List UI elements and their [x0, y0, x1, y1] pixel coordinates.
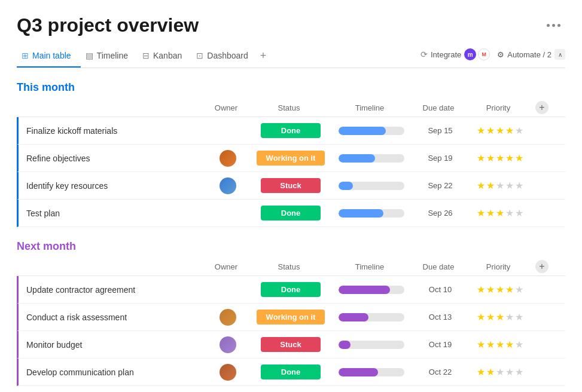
- star-5: ★: [515, 207, 523, 219]
- table-row[interactable]: Monitor budget Stuck Oct 19 ★★★★★: [17, 331, 565, 359]
- star-4: ★: [505, 339, 514, 350]
- star-5: ★: [515, 180, 523, 191]
- due-date-cell: Sep 22: [413, 181, 467, 190]
- page-title: Q3 project overview: [17, 14, 199, 36]
- star-1: ★: [477, 152, 485, 164]
- priority-cell: ★★★★★: [467, 284, 533, 295]
- automate-label: Automate / 2: [507, 50, 551, 59]
- table-row[interactable]: Update contractor agreement Done Oct 10 …: [17, 276, 565, 304]
- status-badge[interactable]: Stuck: [261, 178, 321, 193]
- section-header-this-month: This month: [17, 81, 565, 94]
- table-row[interactable]: Conduct a risk assessment Working on it …: [17, 304, 565, 331]
- star-2: ★: [486, 311, 495, 323]
- status-badge[interactable]: Done: [261, 206, 321, 220]
- priority-cell: ★★★★★: [467, 152, 533, 164]
- status-cell[interactable]: Stuck: [252, 337, 330, 352]
- sections-container: This month Owner Status Timeline Due dat…: [17, 81, 565, 386]
- integrate-icon: ⟳: [420, 50, 428, 59]
- col-add-header: +: [531, 260, 553, 273]
- timeline-bar: [339, 341, 351, 349]
- tab-main-table[interactable]: ⊞ Main table: [17, 46, 81, 68]
- due-date-cell: Oct 19: [413, 340, 467, 349]
- star-1: ★: [477, 180, 485, 191]
- timeline-bar: [339, 368, 378, 376]
- due-date-cell: Oct 10: [413, 285, 467, 294]
- tab-timeline[interactable]: ▤ Timeline: [81, 46, 138, 68]
- dot1: [547, 24, 550, 27]
- col-status-header: Status: [250, 262, 328, 271]
- timeline-cell: [330, 182, 413, 190]
- table-row[interactable]: Develop communication plan Done Oct 22 ★…: [17, 359, 565, 386]
- owner-cell: [204, 364, 252, 381]
- timeline-bar-wrap: [339, 313, 404, 321]
- task-name: Monitor budget: [19, 334, 204, 356]
- status-badge[interactable]: Done: [261, 365, 321, 379]
- integrate-icons: m M: [464, 48, 490, 60]
- star-5: ★: [515, 125, 523, 136]
- status-badge[interactable]: Done: [261, 282, 321, 297]
- star-3: ★: [496, 125, 504, 136]
- status-badge[interactable]: Working on it: [257, 151, 325, 166]
- col-owner-header: Owner: [202, 262, 250, 271]
- title-row: Q3 project overview: [17, 14, 565, 36]
- add-column-button[interactable]: +: [535, 260, 549, 273]
- integrate-button[interactable]: ⟳ Integrate m M: [420, 48, 490, 60]
- task-name: Develop communication plan: [19, 362, 204, 383]
- kanban-icon: ⊟: [142, 51, 150, 60]
- add-column-button[interactable]: +: [535, 101, 549, 114]
- status-badge[interactable]: Done: [261, 123, 321, 138]
- star-3: ★: [496, 339, 504, 350]
- table-row[interactable]: Refine objectives Working on it Sep 19 ★…: [17, 145, 565, 172]
- star-2: ★: [486, 207, 495, 219]
- timeline-cell: [330, 368, 413, 376]
- tab-main-table-label: Main table: [32, 51, 71, 60]
- timeline-bar-wrap: [339, 127, 404, 135]
- task-name: Conduct a risk assessment: [19, 307, 204, 328]
- status-cell[interactable]: Working on it: [252, 310, 330, 324]
- priority-cell: ★★★★★: [467, 311, 533, 323]
- due-date-cell: Sep 19: [413, 154, 467, 163]
- owner-cell: [204, 336, 252, 353]
- star-2: ★: [486, 125, 495, 136]
- status-cell[interactable]: Stuck: [252, 178, 330, 193]
- star-3: ★: [496, 207, 504, 219]
- status-cell[interactable]: Done: [252, 282, 330, 297]
- tabs-bar: ⊞ Main table ▤ Timeline ⊟ Kanban ⊡ Dashb…: [17, 45, 565, 68]
- timeline-cell: [330, 286, 413, 294]
- task-name: Test plan: [19, 203, 204, 224]
- status-badge[interactable]: Working on it: [257, 310, 325, 324]
- table-row[interactable]: Identify key resources Stuck Sep 22 ★★★★…: [17, 172, 565, 200]
- star-5: ★: [515, 339, 523, 350]
- star-5: ★: [515, 284, 523, 295]
- col-owner-header: Owner: [202, 103, 250, 112]
- due-date-cell: Sep 15: [413, 126, 467, 135]
- automate-button[interactable]: ⚙ Automate / 2 ∧: [497, 49, 565, 60]
- star-1: ★: [477, 339, 485, 350]
- status-cell[interactable]: Working on it: [252, 151, 330, 166]
- priority-cell: ★★★★★: [467, 125, 533, 136]
- timeline-bar-wrap: [339, 341, 404, 349]
- tab-kanban-label: Kanban: [153, 51, 182, 60]
- table-row[interactable]: Test plan Done Sep 26 ★★★★★: [17, 200, 565, 227]
- status-cell[interactable]: Done: [252, 365, 330, 379]
- section-title-this-month: This month: [17, 81, 75, 94]
- due-date-cell: Sep 26: [413, 209, 467, 218]
- star-2: ★: [486, 284, 495, 295]
- status-cell[interactable]: Done: [252, 206, 330, 220]
- integrate-label: Integrate: [431, 50, 461, 59]
- chevron-up-icon[interactable]: ∧: [554, 49, 565, 60]
- add-tab-button[interactable]: +: [258, 45, 272, 68]
- avatar: [220, 309, 236, 326]
- status-badge[interactable]: Stuck: [261, 337, 321, 352]
- timeline-icon: ▤: [86, 51, 93, 60]
- status-cell[interactable]: Done: [252, 123, 330, 138]
- timeline-bar: [339, 127, 386, 135]
- table-row[interactable]: Finalize kickoff materials Done Sep 15 ★…: [17, 117, 565, 145]
- more-options-button[interactable]: [542, 22, 565, 29]
- tab-dashboard[interactable]: ⊡ Dashboard: [191, 46, 258, 68]
- col-status-header: Status: [250, 103, 328, 112]
- star-2: ★: [486, 339, 495, 350]
- tab-kanban[interactable]: ⊟ Kanban: [138, 46, 191, 68]
- timeline-bar-wrap: [339, 209, 404, 218]
- timeline-cell: [330, 209, 413, 218]
